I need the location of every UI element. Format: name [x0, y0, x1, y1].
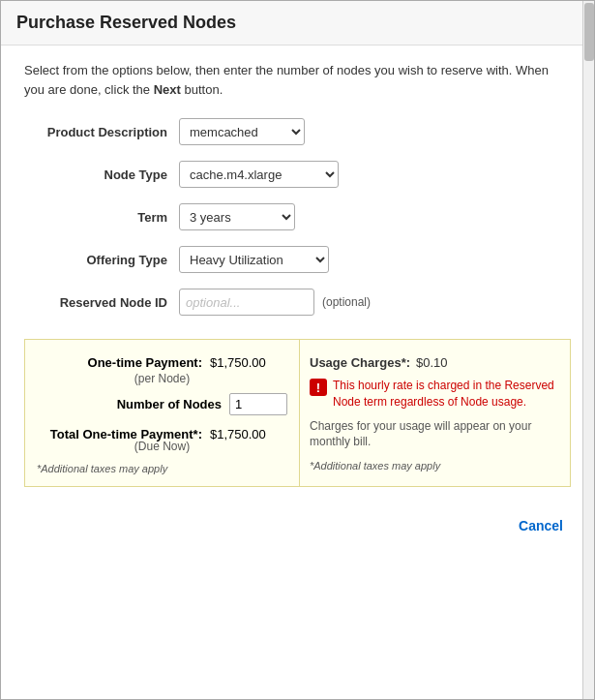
scrollbar[interactable] [582, 1, 594, 699]
offering-type-select[interactable]: Heavy Utilization Medium Utilization Lig… [179, 246, 329, 273]
right-taxes-note: *Additional taxes may apply [310, 460, 560, 472]
reserved-node-id-label: Reserved Node ID [24, 295, 179, 310]
node-type-label: Node Type [24, 167, 179, 182]
dialog-body: Select from the options below, then ente… [1, 46, 594, 487]
term-label: Term [24, 210, 179, 225]
usage-charges-label: Usage Charges*: [310, 355, 410, 370]
warning-text: This hourly rate is charged in the Reser… [333, 378, 560, 411]
charges-note: Charges for your usage will appear on yo… [310, 418, 560, 451]
offering-type-row: Offering Type Heavy Utilization Medium U… [24, 246, 571, 273]
usage-charges-value: $0.10 [416, 355, 448, 370]
term-row: Term 1 year 3 years [24, 203, 571, 230]
one-time-payment-row: One-time Payment: $1,750.00 [37, 355, 287, 370]
term-select[interactable]: 1 year 3 years [179, 203, 295, 230]
usage-charges-box: Usage Charges*: $0.10 ! This hourly rate… [300, 339, 571, 487]
product-description-select[interactable]: memcached redis [179, 118, 305, 145]
warning-icon: ! [310, 379, 327, 396]
due-now-label: (Due Now) [37, 440, 287, 453]
one-time-payment-label: One-time Payment: [37, 355, 210, 370]
intro-text: Select from the options below, then ente… [24, 61, 571, 99]
num-nodes-label: Number of Nodes [37, 397, 229, 411]
purchase-dialog: Purchase Reserved Nodes Select from the … [0, 0, 595, 700]
node-type-select[interactable]: cache.m4.xlarge cache.m4.large cache.m3.… [179, 161, 339, 188]
product-description-row: Product Description memcached redis [24, 118, 571, 145]
node-type-row: Node Type cache.m4.xlarge cache.m4.large… [24, 161, 571, 188]
reserved-node-id-input[interactable] [179, 289, 314, 316]
reserved-node-id-row: Reserved Node ID (optional) [24, 289, 571, 316]
payment-section: One-time Payment: $1,750.00 (per Node) N… [24, 339, 571, 487]
left-taxes-note: *Additional taxes may apply [37, 463, 287, 474]
one-time-payment-box: One-time Payment: $1,750.00 (per Node) N… [24, 339, 300, 487]
one-time-payment-value: $1,750.00 [210, 355, 287, 370]
optional-label: (optional) [322, 295, 371, 309]
warning-box: ! This hourly rate is charged in the Res… [310, 378, 560, 411]
cancel-button[interactable]: Cancel [507, 512, 575, 539]
dialog-footer: Cancel [1, 497, 594, 555]
total-payment-value: $1,750.00 [210, 427, 287, 441]
product-description-label: Product Description [24, 125, 179, 139]
offering-type-label: Offering Type [24, 253, 179, 267]
num-nodes-input[interactable]: 1 [229, 393, 287, 415]
dialog-header: Purchase Reserved Nodes [1, 1, 594, 46]
scrollbar-thumb [584, 3, 594, 61]
per-node-label: (per Node) [37, 372, 287, 385]
num-nodes-row: Number of Nodes 1 [37, 393, 287, 415]
dialog-title: Purchase Reserved Nodes [16, 13, 579, 33]
